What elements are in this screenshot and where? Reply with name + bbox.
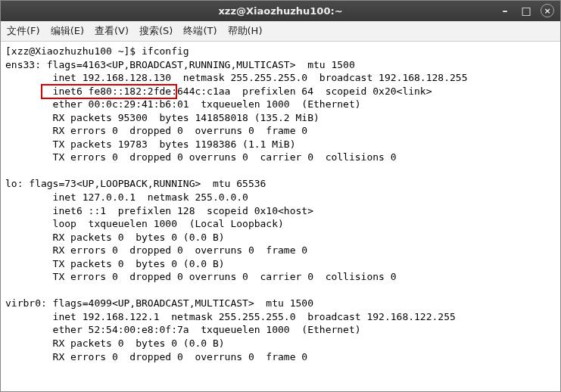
menu-help[interactable]: 帮助(H) bbox=[228, 24, 263, 38]
terminal-line: lo: flags=73<UP,LOOPBACK,RUNNING> mtu 65… bbox=[5, 177, 556, 191]
terminal-line: inet 192.168.128.130 netmask 255.255.255… bbox=[5, 71, 556, 85]
terminal-line bbox=[5, 284, 556, 297]
terminal-line: ens33: flags=4163<UP,BROADCAST,RUNNING,M… bbox=[5, 58, 556, 72]
terminal-line: virbr0: flags=4099<UP,BROADCAST,MULTICAS… bbox=[5, 297, 556, 310]
menu-view[interactable]: 查看(V) bbox=[95, 24, 129, 38]
terminal-line: [xzz@Xiaozhuzhu100 ~]$ ifconfig bbox=[5, 45, 556, 58]
terminal-line: loop txqueuelen 1000 (Local Loopback) bbox=[5, 217, 556, 231]
window-controls: – □ × bbox=[498, 4, 554, 17]
terminal-line: RX packets 0 bytes 0 (0.0 B) bbox=[5, 231, 556, 244]
menu-search[interactable]: 搜索(S) bbox=[139, 24, 173, 38]
terminal-line: RX errors 0 dropped 0 overruns 0 frame 0 bbox=[5, 244, 556, 257]
terminal-line: inet 192.168.122.1 netmask 255.255.255.0… bbox=[5, 310, 556, 324]
terminal-line: RX packets 0 bytes 0 (0.0 B) bbox=[5, 337, 556, 350]
terminal-output[interactable]: [xzz@Xiaozhuzhu100 ~]$ ifconfigens33: fl… bbox=[1, 42, 560, 391]
terminal-line: RX packets 95300 bytes 141858018 (135.2 … bbox=[5, 111, 556, 125]
terminal-line: TX errors 0 dropped 0 overruns 0 carrier… bbox=[5, 270, 556, 284]
menu-terminal[interactable]: 终端(T) bbox=[183, 24, 217, 38]
terminal-line bbox=[5, 164, 556, 178]
terminal-line: ether 52:54:00:e8:0f:7a txqueuelen 1000 … bbox=[5, 323, 556, 337]
terminal-line: TX packets 19783 bytes 1198386 (1.1 MiB) bbox=[5, 138, 556, 151]
menu-file[interactable]: 文件(F) bbox=[7, 24, 40, 38]
menu-edit[interactable]: 编辑(E) bbox=[51, 24, 84, 38]
terminal-line: TX errors 0 dropped 0 overruns 0 carrier… bbox=[5, 151, 556, 164]
titlebar[interactable]: xzz@Xiaozhuzhu100:~ – □ × bbox=[1, 1, 560, 21]
terminal-line: inet6 fe80::182:2fde:644c:c1aa prefixlen… bbox=[5, 85, 556, 98]
menubar: 文件(F) 编辑(E) 查看(V) 搜索(S) 终端(T) 帮助(H) bbox=[1, 21, 560, 42]
terminal-line: TX packets 0 bytes 0 (0.0 B) bbox=[5, 257, 556, 271]
terminal-line: ether 00:0c:29:41:b6:01 txqueuelen 1000 … bbox=[5, 98, 556, 111]
terminal-line: inet 127.0.0.1 netmask 255.0.0.0 bbox=[5, 191, 556, 204]
terminal-line: RX errors 0 dropped 0 overruns 0 frame 0 bbox=[5, 124, 556, 138]
terminal-line: inet6 ::1 prefixlen 128 scopeid 0x10<hos… bbox=[5, 204, 556, 218]
terminal-line: RX errors 0 dropped 0 overruns 0 frame 0 bbox=[5, 350, 556, 364]
terminal-window: xzz@Xiaozhuzhu100:~ – □ × 文件(F) 编辑(E) 查看… bbox=[0, 0, 561, 392]
close-button[interactable]: × bbox=[541, 4, 554, 17]
minimize-button[interactable]: – bbox=[498, 4, 512, 17]
maximize-button[interactable]: □ bbox=[519, 4, 533, 17]
window-title: xzz@Xiaozhuzhu100:~ bbox=[218, 5, 342, 17]
